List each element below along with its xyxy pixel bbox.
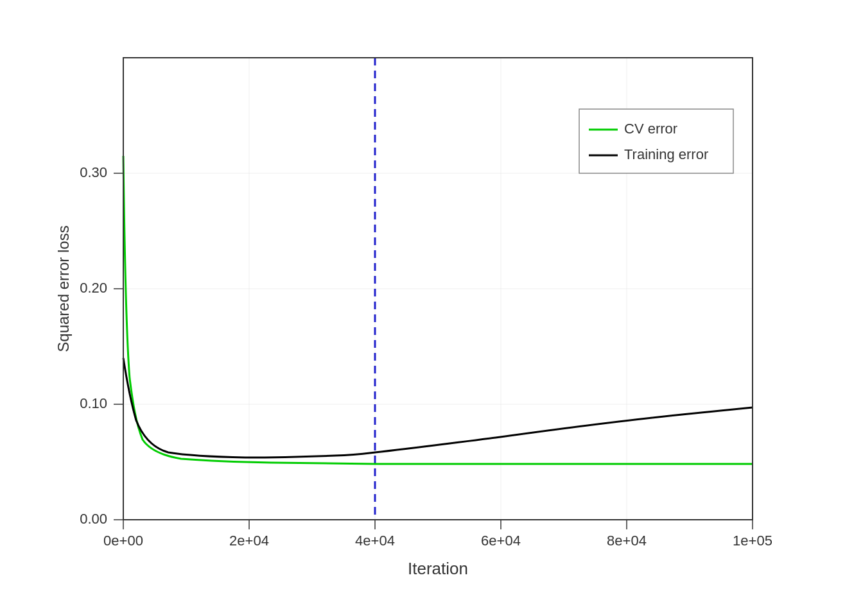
legend-training-label: Training error <box>624 146 708 162</box>
x-tick-3: 6e+04 <box>481 533 521 549</box>
y-tick-3: 0.30 <box>80 164 107 180</box>
chart-container: 0e+00 2e+04 4e+04 6e+04 8e+04 1e+05 0.00… <box>46 32 817 584</box>
x-tick-4: 8e+04 <box>607 533 647 549</box>
y-tick-2: 0.20 <box>80 280 107 296</box>
x-tick-0: 0e+00 <box>103 533 143 549</box>
x-tick-1: 2e+04 <box>229 533 269 549</box>
x-tick-2: 4e+04 <box>355 533 395 549</box>
y-axis-label: Squared error loss <box>55 225 72 352</box>
y-tick-1: 0.10 <box>80 395 107 411</box>
legend-box <box>579 109 733 173</box>
x-axis-label: Iteration <box>408 559 468 578</box>
y-tick-0: 0.00 <box>80 511 107 527</box>
legend-cv-label: CV error <box>624 121 677 137</box>
x-tick-5: 1e+05 <box>733 533 772 549</box>
